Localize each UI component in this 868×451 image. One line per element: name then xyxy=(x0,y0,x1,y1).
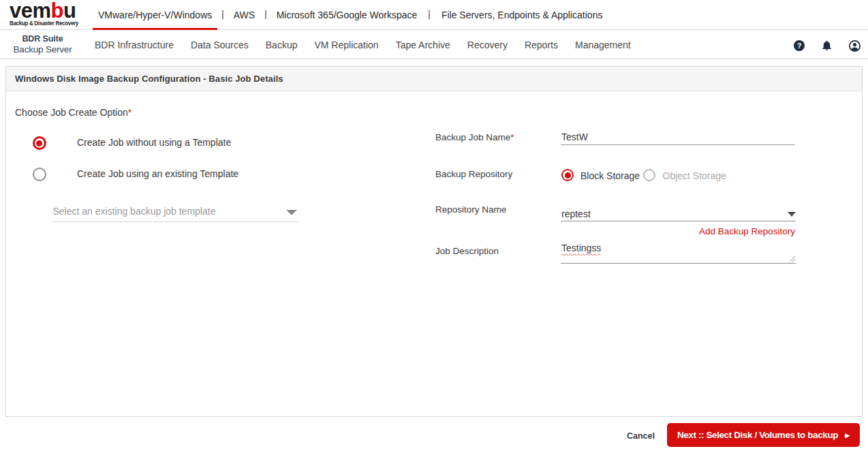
svg-text:?: ? xyxy=(797,42,802,50)
